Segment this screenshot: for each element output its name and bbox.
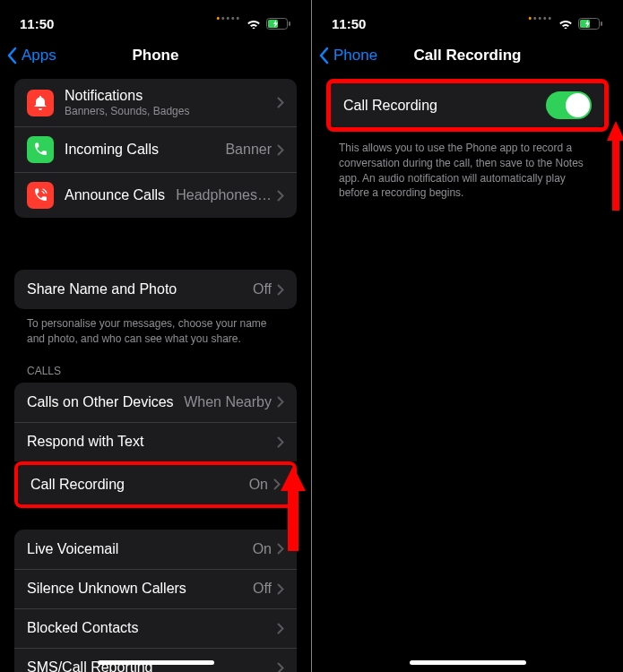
content-scroll[interactable]: Notifications Banners, Sounds, Badges In…: [0, 75, 311, 672]
row-silence-unknown[interactable]: Silence Unknown Callers Off: [14, 569, 297, 608]
call-recording-footer: This allows you to use the Phone app to …: [312, 141, 623, 213]
status-bar: 11:50 •••••: [0, 0, 311, 36]
row-respond-with-text[interactable]: Respond with Text: [14, 422, 297, 461]
screen-phone-settings: 11:50 ••••• Apps Phone Notifications Ban…: [0, 0, 311, 672]
row-text: Notifications Banners, Sounds, Badges: [65, 88, 277, 117]
status-right: •••••: [528, 18, 603, 30]
row-subtitle: Banners, Sounds, Badges: [65, 105, 277, 117]
row-share-name[interactable]: Share Name and Photo Off: [14, 270, 297, 309]
row-value: On: [249, 477, 268, 493]
incoming-calls-icon: [27, 136, 54, 163]
row-incoming-calls[interactable]: Incoming Calls Banner: [14, 126, 297, 172]
battery-charging-icon: [578, 18, 603, 30]
row-title: Call Recording: [343, 98, 546, 114]
home-indicator[interactable]: [98, 660, 214, 665]
content-scroll[interactable]: Call Recording This allows you to use th…: [312, 75, 623, 672]
chevron-left-icon: [319, 47, 330, 65]
back-button-phone[interactable]: Phone: [319, 47, 377, 65]
row-live-voicemail[interactable]: Live Voicemail On: [14, 530, 297, 569]
nav-bar: Apps Phone: [0, 36, 311, 75]
chevron-right-icon: [277, 662, 284, 672]
row-value: Off: [253, 281, 272, 297]
chevron-right-icon: [273, 478, 281, 490]
svg-rect-2: [289, 22, 290, 26]
row-calls-other-devices[interactable]: Calls on Other Devices When Nearby: [14, 383, 297, 422]
row-value: Off: [253, 581, 272, 597]
row-title: Silence Unknown Callers: [27, 581, 253, 597]
chevron-right-icon: [277, 97, 284, 108]
back-button-apps[interactable]: Apps: [7, 47, 56, 65]
battery-charging-icon: [266, 18, 291, 30]
svg-rect-5: [601, 22, 602, 26]
chevron-right-icon: [277, 144, 284, 156]
row-title: Blocked Contacts: [27, 620, 277, 636]
annotation-highlight-call-recording: Call Recording On: [14, 461, 297, 508]
status-time: 11:50: [20, 16, 54, 31]
row-title: Live Voicemail: [27, 541, 253, 557]
nav-bar: Phone Call Recording: [312, 36, 623, 75]
status-bar: 11:50 •••••: [312, 0, 623, 36]
back-label: Phone: [333, 47, 377, 65]
chevron-right-icon: [277, 436, 284, 448]
row-blocked-contacts[interactable]: Blocked Contacts: [14, 608, 297, 648]
row-title: Incoming Calls: [65, 142, 225, 158]
back-label: Apps: [22, 47, 56, 65]
toggle-knob: [566, 93, 590, 117]
recording-indicator-dots: •••••: [528, 13, 553, 23]
wifi-icon: [247, 18, 261, 29]
row-title: Share Name and Photo: [27, 281, 253, 297]
group-share-name: Share Name and Photo Off: [14, 270, 297, 309]
row-title: Respond with Text: [27, 434, 277, 450]
chevron-right-icon: [277, 623, 284, 634]
row-value: On: [253, 541, 272, 557]
group-calls-top: Calls on Other Devices When Nearby Respo…: [14, 383, 297, 461]
row-title: Call Recording: [30, 477, 249, 493]
calls-section-header: CALLS: [0, 359, 311, 383]
row-call-recording-toggle[interactable]: Call Recording: [331, 83, 604, 127]
status-time: 11:50: [332, 16, 366, 31]
row-notifications[interactable]: Notifications Banners, Sounds, Badges: [14, 79, 297, 126]
screen-call-recording: 11:50 ••••• Phone Call Recording Call Re…: [312, 0, 623, 672]
chevron-left-icon: [7, 47, 18, 65]
row-call-recording[interactable]: Call Recording On: [18, 465, 293, 504]
row-title: Notifications: [65, 88, 277, 104]
chevron-right-icon: [277, 583, 284, 595]
annotation-arrow: [281, 466, 306, 551]
row-announce-calls[interactable]: Announce Calls Headphones…: [14, 172, 297, 218]
chevron-right-icon: [277, 396, 284, 408]
toggle-call-recording[interactable]: [546, 91, 592, 119]
row-value: When Nearby: [184, 394, 272, 410]
wifi-icon: [558, 18, 573, 29]
row-value: Headphones…: [176, 187, 272, 203]
recording-indicator-dots: •••••: [216, 13, 241, 23]
group-notifications: Notifications Banners, Sounds, Badges In…: [14, 79, 297, 218]
annotation-highlight-toggle: Call Recording: [326, 79, 609, 132]
status-right: •••••: [216, 18, 291, 30]
annotation-arrow: [607, 121, 623, 211]
row-value: Banner: [225, 142, 272, 158]
chevron-right-icon: [277, 284, 284, 296]
group-calls-bottom: Live Voicemail On Silence Unknown Caller…: [14, 530, 297, 672]
notifications-icon: [27, 90, 54, 116]
announce-calls-icon: [27, 182, 54, 209]
row-title: Announce Calls: [65, 187, 176, 203]
share-name-footer: To personalise your messages, choose you…: [0, 316, 311, 359]
row-title: Calls on Other Devices: [27, 394, 184, 410]
home-indicator[interactable]: [410, 660, 526, 665]
chevron-right-icon: [277, 190, 284, 202]
